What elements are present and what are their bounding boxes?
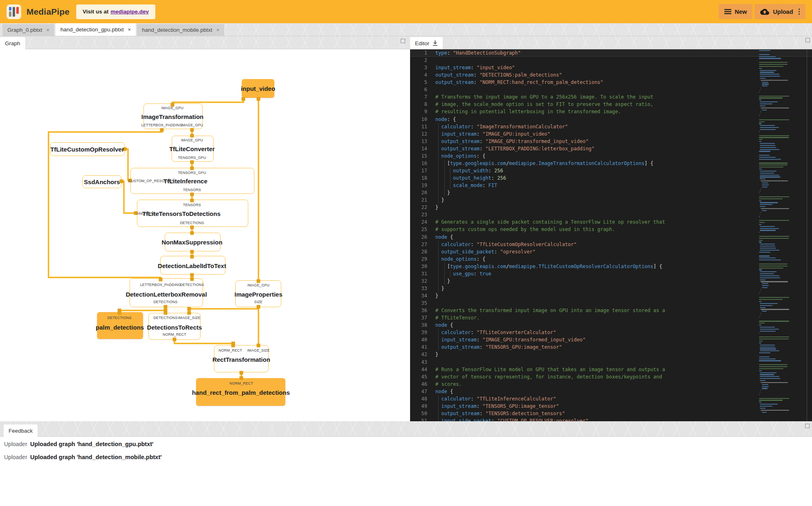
line-number: 42	[410, 351, 427, 358]
code-line: output_stream: "TENSORS_GPU:image_tensor…	[435, 343, 562, 351]
graph-port-label: TENSORS_GPU	[178, 156, 206, 160]
close-icon[interactable]: ×	[128, 27, 131, 32]
line-number: 22	[410, 204, 427, 211]
line-number: 21	[410, 196, 427, 204]
tab-graph[interactable]: Graph	[0, 37, 25, 49]
feedback-source: Uploader	[4, 441, 30, 447]
line-number: 51	[410, 417, 427, 421]
graph-port-label: IMAGE_GPU	[161, 106, 183, 110]
line-number: 2	[410, 57, 427, 64]
graph-port-label: DETECTIONS	[107, 316, 131, 320]
code-line: # vector of tensors representing, for in…	[435, 373, 662, 381]
code-line: }	[435, 285, 444, 292]
popout-icon[interactable]	[805, 38, 810, 42]
new-button[interactable]: New	[719, 4, 753, 19]
kebab-menu-icon[interactable]	[799, 9, 800, 15]
code-editor[interactable]: 1234567891011121314151617181920212223242…	[410, 49, 812, 421]
upload-button-label: Upload	[773, 9, 793, 15]
graph-panel-header: Graph	[0, 36, 410, 49]
line-number: 12	[410, 130, 427, 138]
code-line: node_options: {	[435, 152, 485, 160]
graph-node-title: palm_detections	[96, 324, 144, 331]
close-icon[interactable]: ×	[216, 27, 220, 33]
file-tab-hand_detection_gpu.pbtxt[interactable]: hand_detection_gpu.pbtxt×	[55, 23, 136, 36]
file-tab-hand_detection_mobile.pbtxt[interactable]: hand_detection_mobile.pbtxt×	[137, 24, 224, 36]
graph-port-label: IMAGE_GPU	[181, 123, 203, 127]
graph-port-label: CUSTOM_OP_RESOLVER	[128, 179, 174, 183]
feedback-tab-label: Feedback	[9, 428, 33, 434]
graph-port-marker	[188, 307, 191, 311]
line-number: 1	[410, 49, 427, 57]
graph-node-title: input_video	[241, 85, 275, 92]
graph-node-title: NonMaxSuppression	[161, 239, 222, 246]
download-icon[interactable]	[432, 40, 438, 46]
code-line: calculator: "TfLiteCustomOpResolverCalcu…	[435, 241, 577, 248]
code-line: output_stream: "TENSORS:detection_tensor…	[435, 410, 565, 417]
tab-feedback[interactable]: Feedback	[4, 425, 38, 437]
line-number: 25	[410, 226, 427, 233]
code-line: # scores.	[435, 381, 462, 388]
code-line: node_options: {	[435, 255, 485, 263]
code-line: }	[435, 277, 450, 285]
mediapipe-dev-link[interactable]: mediapipe.dev	[110, 9, 149, 15]
code-line: # Runs a TensorFlow Lite model on GPU th…	[435, 366, 665, 373]
graph-port-label: LETTERBOX_PADDING	[140, 283, 181, 287]
close-icon[interactable]: ×	[46, 27, 50, 33]
code-line: node {	[435, 233, 453, 241]
graph-port-label: NORM_RECT	[218, 348, 242, 352]
line-number: 43	[410, 359, 427, 366]
line-number: 48	[410, 395, 427, 403]
graph-port-label: DETECTIONS	[180, 283, 204, 287]
line-number: 4	[410, 71, 427, 79]
line-number: 27	[410, 241, 427, 248]
graph-port-label: IMAGE_GPU	[247, 283, 269, 287]
code-line: # image, the scale_mode option is set to…	[435, 101, 653, 108]
line-number: 35	[410, 299, 427, 307]
code-line: # Generates a single side packet contain…	[435, 218, 665, 226]
code-line: calculator: "TfLiteInferenceCalculator"	[435, 395, 556, 403]
graph-port-label: DETECTIONS	[153, 316, 177, 320]
line-number: 8	[410, 101, 427, 108]
code-line: # supports custom ops needed by the mode…	[435, 226, 615, 233]
graph-port-label: TENSORS_GPU	[178, 171, 206, 175]
file-tab-Graph_0.pbtxt[interactable]: Graph_0.pbtxt×	[2, 24, 54, 36]
line-number: 15	[410, 152, 427, 160]
file-tab-bar: Graph_0.pbtxt×hand_detection_gpu.pbtxt×h…	[0, 23, 812, 36]
visit-prefix-text: Visit us at	[83, 9, 109, 15]
line-number: 26	[410, 233, 427, 241]
graph-edge	[189, 309, 258, 313]
upload-button[interactable]: Upload	[755, 4, 805, 19]
minimap[interactable]	[759, 50, 800, 421]
tab-editor[interactable]: Editor	[410, 37, 443, 49]
graph-node-title: ImageProperties	[234, 291, 282, 298]
graph-node-title: DetectionLetterboxRemoval	[126, 291, 207, 298]
graph-node-title: SsdAnchors	[84, 178, 120, 185]
new-button-label: New	[735, 9, 747, 15]
graph-port-label: ANCHORS	[137, 211, 155, 216]
graph-node-title: TfLiteCustomOpResolver	[51, 146, 124, 153]
graph-port-label: TENSORS	[183, 188, 201, 192]
line-number: 18	[410, 174, 427, 182]
feedback-panel-header: Feedback	[0, 421, 812, 437]
graph-port-label: NORM_RECT	[163, 332, 186, 337]
graph-node-title: hand_rect_from_palm_detections	[192, 389, 290, 396]
popout-icon[interactable]	[805, 424, 810, 428]
file-tab-label: hand_detection_gpu.pbtxt	[60, 26, 124, 33]
graph-canvas[interactable]: input_videoImageTransformationTfLiteConv…	[0, 49, 410, 421]
graph-port-label: TENSORS	[183, 203, 201, 207]
line-number: 19	[410, 182, 427, 189]
code-line: }	[435, 204, 438, 211]
code-line: calculator: "TfLiteConverterCalculator"	[435, 329, 556, 336]
scrollbar-track[interactable]	[807, 49, 807, 421]
code-line: type: "HandDetectionSubgraph"	[435, 49, 521, 57]
code-line: }	[435, 189, 450, 196]
line-number: 9	[410, 108, 427, 115]
graph-port-label: SIZE	[254, 300, 263, 304]
line-number: 13	[410, 138, 427, 145]
popout-icon[interactable]	[401, 39, 405, 43]
code-line: output_stream: "NORM_RECT:hand_rect_from…	[435, 79, 603, 86]
code-line: input_stream: "TENSORS_GPU:image_tensor"	[435, 403, 559, 410]
code-line: [type.googleapis.com/mediapipe.ImageTran…	[435, 160, 653, 167]
graph-port-marker	[164, 309, 168, 312]
mediapipe-logo-icon	[7, 4, 21, 19]
